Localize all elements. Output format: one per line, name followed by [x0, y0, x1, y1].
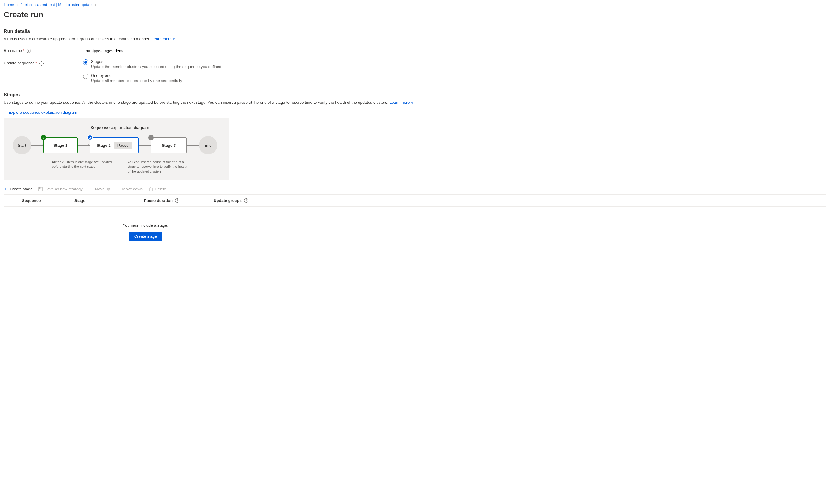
- radio-one-desc: Update all member clusters one by one se…: [91, 78, 183, 83]
- radio-stages-desc: Update the member clusters you selected …: [91, 64, 222, 69]
- select-all-checkbox[interactable]: [7, 198, 22, 203]
- stages-heading: Stages: [4, 92, 826, 98]
- column-stage[interactable]: Stage: [74, 198, 144, 203]
- sequence-diagram: Sequence explanation diagram Start ✓ Sta…: [4, 118, 229, 180]
- run-details-section: Run details A run is used to orchestrate…: [4, 29, 826, 83]
- arrow-icon: [187, 145, 199, 145]
- arrow-icon: [31, 145, 43, 145]
- info-icon[interactable]: i: [39, 61, 44, 66]
- delete-button: Delete: [149, 187, 166, 191]
- run-name-label: Run name* i: [4, 47, 83, 53]
- run-details-heading: Run details: [4, 29, 826, 34]
- run-details-desc: A run is used to orchestrate upgrades fo…: [4, 37, 826, 41]
- explore-diagram-label: Explore sequence explanation diagram: [8, 110, 77, 115]
- info-icon[interactable]: i: [27, 49, 31, 53]
- save-as-strategy-button: Save as new strategy: [38, 187, 83, 191]
- diagram-end-node: End: [199, 136, 217, 155]
- diagram-title: Sequence explanation diagram: [90, 125, 220, 130]
- breadcrumb-parent[interactable]: fleet-consistent-test | Multi-cluster up…: [21, 2, 93, 7]
- arrow-icon: [77, 145, 90, 145]
- run-name-input[interactable]: [83, 47, 234, 55]
- chevron-right-icon: ›: [17, 2, 18, 7]
- radio-selected-icon: [83, 60, 89, 65]
- info-icon[interactable]: i: [244, 198, 248, 203]
- diagram-note-2: You can insert a pause at the end of a s…: [128, 160, 189, 174]
- arrow-down-icon: ↓: [116, 187, 121, 191]
- svg-rect-1: [40, 187, 41, 189]
- column-sequence[interactable]: Sequence: [22, 198, 74, 203]
- column-pause-duration[interactable]: Pause duration i: [144, 198, 214, 203]
- breadcrumb: Home › fleet-consistent-test | Multi-clu…: [4, 2, 826, 7]
- svg-rect-2: [149, 188, 152, 191]
- trash-icon: [149, 187, 153, 191]
- external-link-icon: ⧉: [173, 37, 175, 41]
- move-up-button: ↑ Move up: [89, 187, 110, 191]
- plus-icon: ＋: [4, 187, 8, 191]
- radio-unselected-icon: [83, 73, 89, 79]
- diagram-note-1: All the clusters in one stage are update…: [52, 160, 113, 174]
- stages-toolbar: ＋ Create stage Save as new strategy ↑ Mo…: [4, 187, 826, 195]
- arrow-up-icon: ↑: [89, 187, 93, 191]
- stages-table-header: Sequence Stage Pause duration i Update g…: [4, 195, 826, 206]
- radio-one-by-one[interactable]: One by one Update all member clusters on…: [83, 73, 222, 83]
- run-details-learn-more-link[interactable]: Learn more ⧉: [151, 37, 175, 41]
- diagram-stage3-node: Stage 3: [151, 137, 187, 153]
- page-title: Create run: [4, 10, 43, 20]
- radio-stages[interactable]: Stages Update the member clusters you se…: [83, 59, 222, 69]
- update-sequence-label: Update sequence* i: [4, 59, 83, 66]
- radio-stages-title: Stages: [91, 59, 222, 64]
- diagram-start-node: Start: [13, 136, 31, 155]
- column-update-groups[interactable]: Update groups i: [214, 198, 248, 203]
- diagram-stage2-node: ⟳ Stage 2 Pause: [90, 137, 138, 153]
- arrow-icon: [138, 145, 151, 145]
- stages-learn-more-link[interactable]: Learn more ⧉: [389, 100, 413, 105]
- svg-rect-0: [39, 187, 42, 191]
- check-icon: ✓: [41, 135, 46, 140]
- more-actions-icon[interactable]: ···: [47, 11, 53, 27]
- explore-diagram-toggle[interactable]: ︿ Explore sequence explanation diagram: [4, 110, 826, 115]
- pending-icon: [148, 135, 154, 140]
- chevron-up-icon: ︿: [4, 110, 7, 115]
- sync-icon: ⟳: [87, 135, 93, 140]
- radio-one-title: One by one: [91, 73, 183, 78]
- breadcrumb-home[interactable]: Home: [4, 2, 14, 7]
- external-link-icon: ⧉: [411, 101, 413, 104]
- create-stage-button[interactable]: ＋ Create stage: [4, 187, 32, 191]
- save-icon: [38, 187, 43, 191]
- move-down-button: ↓ Move down: [116, 187, 142, 191]
- empty-state-message: You must include a stage.: [4, 223, 287, 228]
- stages-desc: Use stages to define your update sequenc…: [4, 100, 826, 105]
- stages-desc-text: Use stages to define your update sequenc…: [4, 100, 388, 105]
- run-details-desc-text: A run is used to orchestrate upgrades fo…: [4, 37, 151, 41]
- empty-create-stage-button[interactable]: Create stage: [129, 232, 162, 241]
- diagram-stage1-node: ✓ Stage 1: [43, 137, 77, 153]
- chevron-right-icon: ›: [95, 2, 96, 7]
- info-icon[interactable]: i: [175, 198, 180, 203]
- diagram-pause-pill: Pause: [115, 142, 132, 149]
- stages-section: Stages Use stages to define your update …: [4, 92, 826, 241]
